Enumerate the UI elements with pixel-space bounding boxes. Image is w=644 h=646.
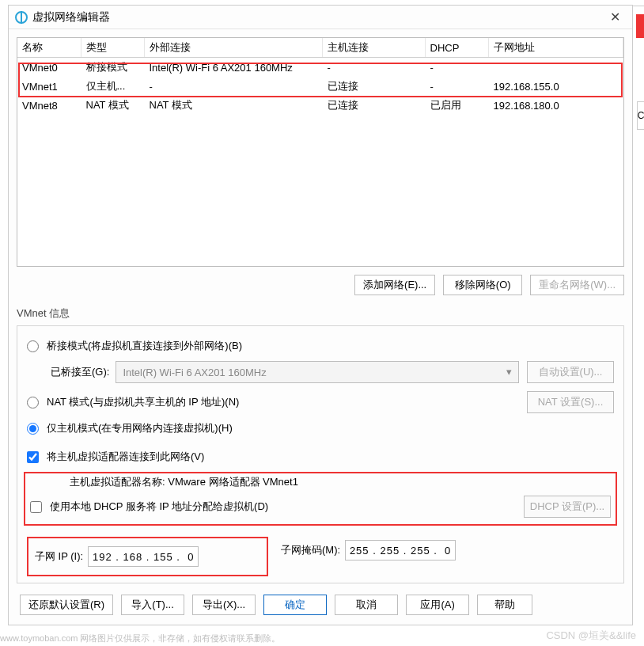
dialog-content: 名称 类型 外部连接 主机连接 DHCP 子网地址 VMnet0 桥接模式 In… <box>9 29 632 618</box>
network-buttons: 添加网络(E)... 移除网络(O) 重命名网络(W)... <box>17 275 624 295</box>
window-title: 虚拟网络编辑器 <box>32 10 110 25</box>
table-row[interactable]: VMnet8 NAT 模式 NAT 模式 已连接 已启用 192.168.180… <box>17 96 623 115</box>
col-dhcp[interactable]: DHCP <box>425 38 488 58</box>
vmnet-info-group: 桥接模式(将虚拟机直接连接到外部网络)(B) 已桥接至(G): Intel(R)… <box>17 325 624 583</box>
help-button[interactable]: 帮助 <box>477 595 532 615</box>
network-table: 名称 类型 外部连接 主机连接 DHCP 子网地址 VMnet0 桥接模式 In… <box>17 37 624 267</box>
apply-button[interactable]: 应用(A) <box>406 595 469 615</box>
bridged-radio-row[interactable]: 桥接模式(将虚拟机直接连接到外部网络)(B) <box>27 339 614 353</box>
globe-icon <box>15 11 28 24</box>
bridged-to-label: 已桥接至(G): <box>51 365 109 379</box>
close-icon[interactable]: ✕ <box>604 8 626 27</box>
rename-network-button: 重命名网络(W)... <box>530 275 624 295</box>
watermark-right: CSDN @垣美&&life <box>546 629 636 643</box>
nat-radio[interactable] <box>27 397 39 408</box>
host-adapter-check-row[interactable]: 将主机虚拟适配器连接到此网络(V) <box>27 450 614 464</box>
subnet-ip-label: 子网 IP (I): <box>35 549 83 564</box>
nat-label: NAT 模式(与虚拟机共享主机的 IP 地址)(N) <box>47 395 239 409</box>
restore-defaults-button[interactable]: 还原默认设置(R) <box>20 595 113 615</box>
nat-radio-row[interactable]: NAT 模式(与虚拟机共享主机的 IP 地址)(N) NAT 设置(S)... <box>27 391 614 413</box>
subnet-mask-input[interactable] <box>345 540 456 560</box>
host-adapter-checkbox[interactable] <box>27 451 39 463</box>
hostonly-radio[interactable] <box>27 423 39 435</box>
export-button[interactable]: 导出(X)... <box>192 595 256 615</box>
col-ext[interactable]: 外部连接 <box>144 38 322 58</box>
group-title: VMnet 信息 <box>17 306 624 321</box>
dhcp-check-row[interactable]: 使用本地 DHCP 服务将 IP 地址分配给虚拟机(D) DHCP 设置(P).… <box>30 496 611 518</box>
add-network-button[interactable]: 添加网络(E)... <box>354 275 435 295</box>
ok-button[interactable]: 确定 <box>263 595 327 615</box>
dhcp-label: 使用本地 DHCP 服务将 IP 地址分配给虚拟机(D) <box>50 500 268 514</box>
dialog: 虚拟网络编辑器 ✕ 名称 类型 外部连接 主机连接 DHCP 子网地址 <box>8 5 633 625</box>
outer-button-fragment: C <box>637 101 644 130</box>
remove-network-button[interactable]: 移除网络(O) <box>443 275 522 295</box>
hostonly-radio-row[interactable]: 仅主机模式(在专用网络内连接虚拟机)(H) <box>27 421 614 435</box>
table-row[interactable]: VMnet1 仅主机... - 已连接 - 192.168.155.0 <box>17 77 623 96</box>
titlebar: 虚拟网络编辑器 ✕ <box>9 6 632 29</box>
adapter-name: 主机虚拟适配器名称: VMware 网络适配器 VMnet1 <box>70 475 611 489</box>
outer-red-fragment <box>636 14 644 38</box>
subnet-ip-input[interactable] <box>88 546 199 567</box>
highlight-adapter: 主机虚拟适配器名称: VMware 网络适配器 VMnet1 使用本地 DHCP… <box>24 472 617 526</box>
nat-settings-button: NAT 设置(S)... <box>527 391 614 413</box>
auto-settings-button: 自动设置(U)... <box>527 361 614 383</box>
cancel-button[interactable]: 取消 <box>335 595 398 615</box>
dhcp-settings-button: DHCP 设置(P)... <box>524 496 611 518</box>
dhcp-checkbox[interactable] <box>30 501 42 513</box>
col-name[interactable]: 名称 <box>17 38 81 58</box>
bridged-to-row: 已桥接至(G): Intel(R) Wi-Fi 6 AX201 160MHz 自… <box>51 361 614 383</box>
bridged-label: 桥接模式(将虚拟机直接连接到外部网络)(B) <box>47 339 242 353</box>
col-subnet[interactable]: 子网地址 <box>488 38 623 58</box>
watermark-left: www.toymoban.com 网络图片仅供展示，非存储，如有侵权请联系删除。 <box>0 633 280 644</box>
import-button[interactable]: 导入(T)... <box>121 595 184 615</box>
host-adapter-label: 将主机虚拟适配器连接到此网络(V) <box>47 450 204 464</box>
col-type[interactable]: 类型 <box>81 38 144 58</box>
table-row[interactable]: VMnet0 桥接模式 Intel(R) Wi-Fi 6 AX201 160MH… <box>17 58 623 78</box>
subnet-mask-label: 子网掩码(M): <box>281 543 340 557</box>
dialog-buttons: 还原默认设置(R) 导入(T)... 导出(X)... 确定 取消 应用(A) … <box>17 595 624 615</box>
highlight-subnet: 子网 IP (I): <box>27 537 268 576</box>
hostonly-label: 仅主机模式(在专用网络内连接虚拟机)(H) <box>47 421 233 435</box>
col-host[interactable]: 主机连接 <box>322 38 425 58</box>
bridged-radio[interactable] <box>27 340 39 352</box>
bridged-to-select[interactable]: Intel(R) Wi-Fi 6 AX201 160MHz <box>116 361 519 383</box>
